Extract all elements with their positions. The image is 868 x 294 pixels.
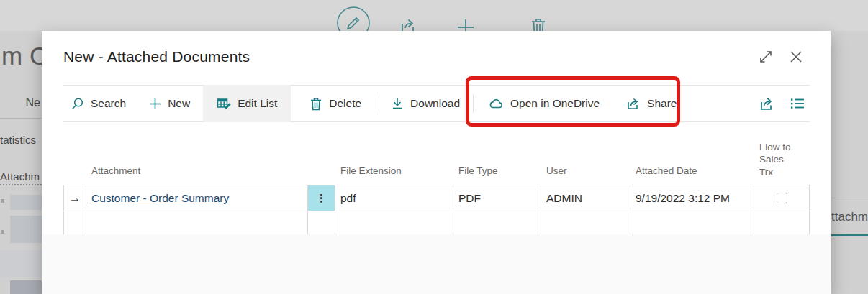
column-header-flow-to-sales-trx[interactable]: Flow to Sales Trx bbox=[754, 141, 810, 185]
open-in-onedrive-label: Open in OneDrive bbox=[510, 97, 600, 110]
share-icon bbox=[625, 96, 641, 111]
empty-attachment-cell[interactable] bbox=[86, 211, 308, 235]
close-dialog-button[interactable] bbox=[788, 48, 805, 65]
dialog-body-background bbox=[42, 234, 831, 294]
share-page-button[interactable] bbox=[754, 89, 779, 118]
share-label: Share bbox=[647, 97, 677, 110]
flow-to-sales-trx-cell bbox=[754, 185, 810, 211]
switch-view-icon-button[interactable] bbox=[785, 89, 810, 118]
edit-list-button[interactable]: Edit List bbox=[203, 85, 291, 122]
attached-documents-dialog: New - Attached Documents Search bbox=[42, 31, 831, 294]
download-label: Download bbox=[410, 97, 460, 110]
active-tab-underline bbox=[831, 234, 868, 236]
background-page-left: m C Ne tatistics Attachm bbox=[0, 31, 42, 294]
background-menu-statistics-fragment: tatistics bbox=[0, 134, 36, 146]
current-row-indicator-cell: → bbox=[63, 185, 86, 211]
background-page-title-fragment: m C bbox=[1, 42, 42, 70]
column-header-user[interactable]: User bbox=[541, 165, 630, 185]
new-label: New bbox=[168, 97, 190, 110]
empty-options-cell bbox=[308, 211, 335, 235]
current-row-arrow-icon: → bbox=[69, 191, 81, 206]
share-button[interactable]: Share bbox=[623, 89, 679, 118]
divider bbox=[0, 184, 42, 185]
background-nav-fragment: Ne bbox=[26, 96, 40, 109]
divider bbox=[831, 198, 868, 198]
search-button[interactable]: Search bbox=[68, 89, 129, 118]
file-extension-cell: pdf bbox=[335, 185, 453, 211]
empty-flow-cell bbox=[754, 211, 810, 235]
empty-file-extension-cell bbox=[335, 211, 453, 235]
user-cell: ADMIN bbox=[541, 185, 630, 211]
delete-label: Delete bbox=[329, 97, 361, 110]
vertical-ellipsis-icon: ⋮ bbox=[316, 193, 327, 203]
skeleton-block bbox=[10, 216, 42, 243]
empty-file-type-cell bbox=[453, 211, 541, 235]
dialog-toolbar: Search New Edit List bbox=[63, 85, 810, 122]
expand-dialog-button[interactable] bbox=[758, 48, 775, 65]
empty-user-cell bbox=[541, 211, 630, 235]
grid-column-headers: Attachment File Extension File Type User… bbox=[63, 122, 810, 185]
column-header-attachment[interactable]: Attachment bbox=[86, 165, 308, 185]
attachment-link[interactable]: Customer - Order Summary bbox=[91, 192, 229, 205]
toolbar-separator bbox=[473, 94, 474, 113]
attached-documents-table: → Customer - Order Summary ⋮ pdf PDF ADM… bbox=[63, 185, 810, 235]
flow-to-sales-trx-checkbox[interactable] bbox=[777, 193, 787, 203]
skeleton-bullet bbox=[1, 230, 4, 234]
background-page-right: ttachm bbox=[831, 31, 868, 294]
skeleton-block bbox=[10, 195, 42, 210]
download-icon bbox=[391, 97, 404, 111]
open-in-onedrive-button[interactable]: Open in OneDrive bbox=[485, 89, 602, 118]
edit-list-label: Edit List bbox=[238, 97, 277, 110]
screenshot-canvas: m C Ne tatistics Attachm ttachm New - At… bbox=[0, 0, 868, 294]
share-icon bbox=[758, 96, 775, 111]
toolbar-separator bbox=[376, 94, 376, 113]
background-attachments-tab-fragment: ttachm bbox=[831, 210, 868, 224]
attachment-cell[interactable]: Customer - Order Summary bbox=[86, 185, 308, 211]
background-action-bar bbox=[0, 0, 868, 31]
trash-icon bbox=[309, 97, 322, 111]
column-header-file-type[interactable]: File Type bbox=[453, 165, 541, 185]
search-label: Search bbox=[91, 97, 126, 110]
background-menu-attachments-fragment: Attachm bbox=[0, 170, 40, 183]
column-header-file-extension[interactable]: File Extension bbox=[335, 165, 453, 185]
row-options-cell[interactable]: ⋮ bbox=[308, 185, 335, 211]
search-icon bbox=[71, 97, 84, 111]
attached-date-cell: 9/19/2022 3:12 PM bbox=[630, 185, 754, 211]
file-type-cell: PDF bbox=[453, 185, 541, 211]
download-button[interactable]: Download bbox=[388, 89, 463, 118]
empty-row-indicator-cell bbox=[63, 211, 86, 235]
skeleton-block bbox=[10, 280, 42, 294]
empty-attached-date-cell bbox=[630, 211, 754, 235]
skeleton-bullet bbox=[1, 199, 4, 203]
divider bbox=[0, 118, 42, 119]
dialog-title: New - Attached Documents bbox=[63, 48, 250, 65]
switch-view-icon bbox=[790, 96, 805, 111]
cloud-icon bbox=[488, 97, 504, 110]
delete-button[interactable]: Delete bbox=[307, 89, 364, 118]
plus-icon bbox=[149, 98, 161, 110]
edit-list-icon bbox=[217, 97, 231, 111]
skeleton-block bbox=[0, 250, 42, 277]
new-button[interactable]: New bbox=[146, 89, 193, 118]
column-header-attached-date[interactable]: Attached Date bbox=[630, 165, 754, 185]
